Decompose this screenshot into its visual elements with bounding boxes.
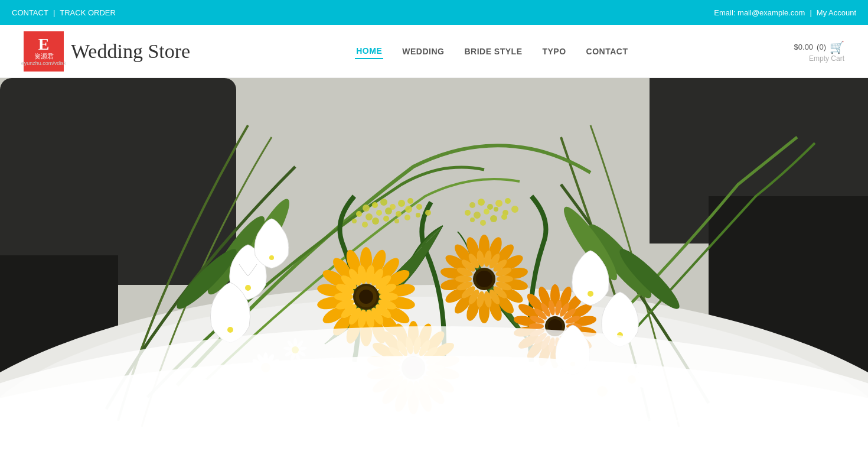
svg-point-119 <box>455 275 472 283</box>
email-label: Email: mail@example.com <box>714 8 805 17</box>
cart-count: (0) <box>817 43 826 51</box>
svg-point-45 <box>470 217 475 222</box>
main-nav: HOME WEDDING BRIDE STYLE TYPO CONTACT <box>355 44 629 59</box>
svg-point-35 <box>478 199 485 206</box>
svg-point-205 <box>588 291 593 297</box>
logo-url: eyunzhu.com/vdisk <box>21 60 67 66</box>
svg-point-41 <box>484 209 490 215</box>
svg-point-202 <box>245 285 251 291</box>
logo-chinese: 资源君 <box>34 53 54 60</box>
top-bar: CONTACT | TRACK ORDER Email: mail@exampl… <box>0 0 868 25</box>
svg-point-15 <box>380 199 387 206</box>
svg-point-38 <box>505 198 511 204</box>
svg-point-30 <box>394 219 399 223</box>
nav-typo[interactable]: TYPO <box>541 44 567 59</box>
brand-bar: E 资源君 eyunzhu.com/vdisk Wedding Store HO… <box>0 25 868 78</box>
svg-point-19 <box>356 211 362 217</box>
hero-svg <box>0 78 868 437</box>
svg-point-39 <box>465 210 471 216</box>
top-bar-pipe: | <box>810 8 811 17</box>
svg-point-34 <box>469 202 475 208</box>
svg-point-40 <box>474 212 481 219</box>
svg-point-20 <box>366 213 373 220</box>
svg-point-27 <box>362 222 368 228</box>
track-order-link[interactable]: TRACK ORDER <box>60 8 116 17</box>
svg-point-42 <box>494 207 498 212</box>
svg-point-24 <box>405 206 412 213</box>
cart-area[interactable]: $0.00 (0) 🛒 Empty Cart <box>794 40 844 63</box>
contact-link[interactable]: CONTACT <box>12 8 48 17</box>
svg-point-44 <box>511 206 518 213</box>
cart-icon: 🛒 <box>830 40 844 54</box>
svg-point-18 <box>407 198 413 204</box>
svg-point-204 <box>227 327 233 333</box>
top-bar-left: CONTACT | TRACK ORDER <box>12 8 116 17</box>
hero-background <box>0 78 868 437</box>
hero-section <box>0 78 868 437</box>
svg-point-37 <box>495 200 502 207</box>
svg-point-47 <box>490 215 497 222</box>
svg-point-21 <box>376 210 382 216</box>
store-name: Wedding Store <box>71 40 190 63</box>
svg-point-33 <box>425 210 431 216</box>
svg-point-22 <box>385 207 392 215</box>
top-bar-right: Email: mail@example.com | My Account <box>714 8 856 17</box>
logo-letter: E <box>38 36 50 53</box>
svg-point-31 <box>404 215 410 220</box>
svg-point-26 <box>352 219 357 223</box>
cart-empty-label: Empty Cart <box>809 54 844 63</box>
svg-point-125 <box>476 271 492 287</box>
svg-point-28 <box>372 217 379 225</box>
cart-amount: $0.00 <box>794 43 814 51</box>
svg-point-203 <box>269 255 274 260</box>
svg-point-17 <box>398 200 405 207</box>
svg-point-87 <box>359 290 373 304</box>
svg-point-29 <box>383 216 389 222</box>
svg-rect-1 <box>0 78 236 285</box>
nav-wedding[interactable]: WEDDING <box>401 44 445 59</box>
logo-box: E 资源君 eyunzhu.com/vdisk <box>24 31 64 72</box>
svg-point-195 <box>528 323 544 329</box>
svg-point-46 <box>480 220 486 226</box>
svg-point-23 <box>396 211 402 217</box>
nav-home[interactable]: HOME <box>355 44 383 59</box>
cart-summary[interactable]: $0.00 (0) 🛒 <box>794 40 844 54</box>
svg-point-110 <box>497 275 513 283</box>
svg-point-13 <box>363 204 370 212</box>
svg-point-25 <box>416 204 422 210</box>
svg-point-36 <box>487 204 493 210</box>
top-bar-divider-1: | <box>53 8 55 17</box>
nav-contact[interactable]: CONTACT <box>585 44 629 59</box>
logo-area: E 资源君 eyunzhu.com/vdisk Wedding Store <box>24 31 190 72</box>
svg-point-32 <box>416 213 420 217</box>
nav-bride-style[interactable]: BRIDE STYLE <box>463 44 523 59</box>
my-account-link[interactable]: My Account <box>817 8 856 17</box>
svg-point-48 <box>501 214 507 220</box>
svg-point-14 <box>372 202 378 208</box>
